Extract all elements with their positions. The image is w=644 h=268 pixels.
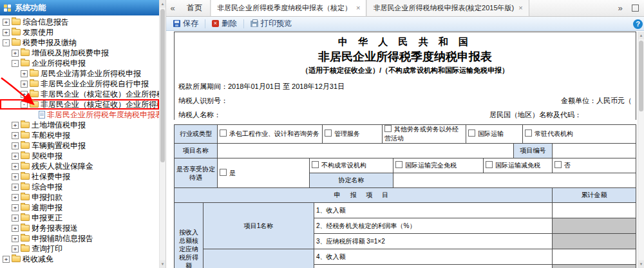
close-tab-icon[interactable]: × — [518, 5, 522, 12]
sidebar-item[interactable]: +逾期申报 — [0, 202, 159, 213]
expand-icon[interactable]: + — [21, 91, 28, 98]
treaty-option-label: 国际运输完全免税 — [405, 162, 457, 169]
sidebar-item[interactable]: +非居民企业（核定征收）企业所得税月(季 — [0, 89, 159, 99]
tab-annual-return-2015[interactable]: 非居民企业所得税纳税申报表(核定2015年版) × — [366, 0, 529, 16]
agreement-name-input[interactable] — [393, 173, 636, 188]
industry-label: 行业或类型 — [175, 125, 218, 144]
sidebar-item[interactable]: +非居民企业企业所得税自行申报 — [0, 79, 159, 89]
folder-icon — [12, 39, 21, 46]
expand-icon[interactable]: + — [3, 29, 10, 36]
checkbox-no-permanent-establishment[interactable] — [312, 161, 319, 168]
sidebar-item[interactable]: +申报扣款 — [0, 192, 159, 202]
sidebar-item[interactable]: +发票使用 — [0, 27, 159, 37]
sidebar-item-highlighted[interactable]: -非居民企业（核定征收）企业所得税年度申 — [0, 99, 159, 110]
expand-icon[interactable]: + — [12, 184, 19, 191]
expand-icon[interactable]: + — [12, 142, 19, 149]
project-code-input[interactable] — [553, 144, 636, 158]
checkbox-transport-full-exemption[interactable] — [395, 161, 402, 168]
maximize-icon[interactable] — [632, 5, 639, 12]
sidebar-item[interactable]: +综合申报 — [0, 182, 159, 192]
sidebar-item[interactable]: +财务报表报送 — [0, 223, 159, 233]
checkbox-treaty-yes[interactable] — [220, 169, 227, 176]
sidebar-item[interactable]: +车辆购置税申报 — [0, 140, 159, 151]
sidebar-item-label: 非居民企业（核定征收）企业所得税月(季 — [41, 89, 159, 100]
sidebar-item[interactable]: +综合信息报告 — [0, 17, 159, 27]
expand-icon[interactable]: + — [12, 50, 19, 57]
sidebar-item[interactable]: +残疾人就业保障金 — [0, 161, 159, 171]
treaty-no-cell: 否 — [553, 158, 636, 173]
scroll-up-icon[interactable]: ▲ — [638, 32, 644, 39]
sidebar-item[interactable]: +居民企业清算企业所得税申报 — [0, 68, 159, 79]
project-name-input[interactable] — [218, 144, 514, 158]
sidebar-item[interactable]: +土地增值税申报 — [0, 120, 159, 130]
expand-icon[interactable]: + — [12, 194, 19, 201]
scrollbar-thumb[interactable] — [160, 9, 165, 162]
sidebar-item-label: 土地增值税申报 — [32, 120, 86, 131]
sidebar-item[interactable]: +税收减免 — [0, 254, 159, 264]
delete-button[interactable]: × 删除 — [208, 17, 241, 30]
tab-quarterly-return[interactable]: 非居民企业所得税季度纳税申报表（核定） × — [211, 0, 366, 16]
sidebar-item-label: 申报辅助信息报告 — [32, 233, 93, 244]
scroll-tabs-right-icon[interactable]: » — [614, 0, 627, 16]
income-amount-input[interactable] — [553, 203, 636, 218]
expand-icon[interactable]: + — [12, 122, 19, 129]
collapse-icon[interactable]: - — [3, 39, 10, 46]
industry-option-label: 常驻代表机构 — [535, 130, 573, 137]
checkbox-treaty-no[interactable] — [554, 161, 562, 168]
print-preview-button[interactable]: 打印预览 — [247, 17, 296, 30]
checkbox-contract-engineering[interactable] — [220, 129, 227, 137]
expand-icon[interactable]: + — [12, 235, 19, 242]
expand-icon[interactable]: + — [12, 132, 19, 139]
expand-icon[interactable]: + — [3, 19, 10, 26]
checkbox-international-transport[interactable] — [468, 129, 475, 137]
checkbox-management-service[interactable] — [325, 129, 332, 137]
sidebar-item[interactable]: +契税申报 — [0, 151, 159, 161]
checkbox-transport-reduction[interactable] — [486, 161, 493, 168]
sidebar-item[interactable]: -税费申报及缴纳 — [0, 37, 159, 48]
expand-icon[interactable]: + — [12, 225, 19, 232]
expand-icon[interactable]: + — [12, 173, 19, 180]
scrollbar-thumb[interactable] — [639, 41, 643, 111]
expand-icon[interactable]: + — [3, 256, 10, 263]
sidebar-item[interactable]: +申报更正 — [0, 213, 159, 223]
form-subtitle: （适用于核定征收企业）/（不构成常设机构和国际运输免税申报） — [175, 66, 636, 75]
sidebar-item[interactable]: -企业所得税申报 — [0, 58, 159, 68]
collapse-icon[interactable]: - — [12, 60, 19, 67]
sidebar-item-label: 申报扣款 — [32, 192, 62, 203]
accumulated-amount-header: 累计金额 — [553, 188, 636, 203]
collapse-icon[interactable]: - — [21, 101, 28, 108]
close-tab-icon[interactable]: × — [356, 5, 360, 12]
expand-icon[interactable]: + — [12, 245, 19, 253]
save-button[interactable]: 保存 — [169, 17, 202, 30]
folder-icon — [12, 29, 21, 35]
scroll-tabs-left-icon[interactable]: « — [166, 0, 179, 16]
sidebar-scrollbar[interactable]: ▲ ▼ — [159, 0, 166, 268]
folder-icon — [21, 153, 30, 159]
scroll-down-icon[interactable]: ▼ — [638, 260, 644, 268]
expand-icon[interactable]: + — [21, 70, 28, 77]
scroll-down-icon[interactable]: ▼ — [160, 260, 166, 268]
sidebar-item[interactable]: +申报辅助信息报告 — [0, 233, 159, 244]
expand-icon[interactable]: + — [12, 204, 19, 211]
expand-icon[interactable]: + — [12, 153, 19, 160]
scroll-up-icon[interactable]: ▲ — [160, 0, 166, 8]
content-scrollbar[interactable]: ▲ ▼ — [638, 32, 644, 268]
checkbox-resident-representative[interactable] — [525, 129, 532, 137]
sidebar-item[interactable]: +社保费申报 — [0, 171, 159, 182]
home-tab[interactable]: 首页 — [179, 0, 211, 16]
project-name-label: 项目名称 — [175, 144, 218, 158]
expand-icon[interactable]: + — [12, 215, 19, 222]
income-amount-input[interactable] — [553, 249, 636, 265]
sidebar-item-label: 非居民企业企业所得税自行申报 — [41, 79, 149, 90]
expand-icon[interactable]: + — [21, 81, 28, 88]
tab-label: 非居民企业所得税纳税申报表(核定2015年版) — [373, 3, 514, 13]
folder-icon — [30, 70, 39, 77]
sidebar-item[interactable]: +增值税及附加税费申报 — [0, 48, 159, 58]
checkbox-other-services[interactable] — [384, 125, 392, 132]
sidebar-item[interactable]: +查询打印 — [0, 244, 159, 254]
help-icon[interactable]: ? — [633, 19, 643, 29]
sidebar-item[interactable]: +车船税申报 — [0, 130, 159, 140]
folder-icon — [21, 204, 30, 211]
sidebar-item-selected[interactable]: 非居民企业所得税年度纳税申报表(核定20 — [0, 110, 159, 120]
expand-icon[interactable]: + — [12, 163, 19, 170]
